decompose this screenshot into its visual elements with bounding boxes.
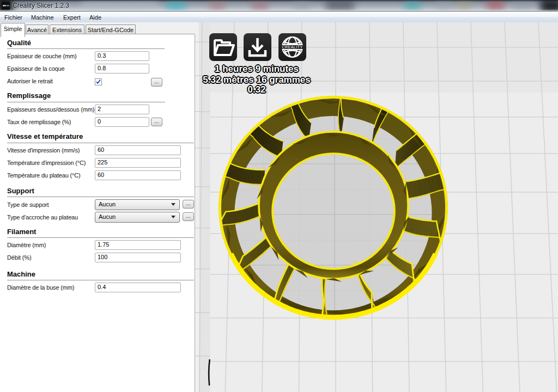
svg-text:CREALITY: CREALITY: [282, 45, 302, 49]
